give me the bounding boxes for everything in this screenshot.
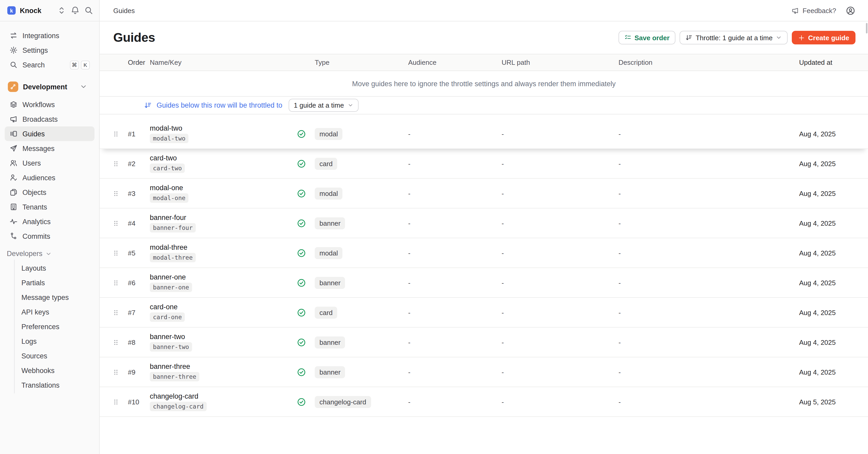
- sidebar-item-users[interactable]: Users: [5, 156, 94, 170]
- table-row[interactable]: #8 banner-two banner-two banner - - - Au…: [100, 328, 868, 357]
- save-order-button[interactable]: Save order: [618, 31, 675, 45]
- drag-handle-icon[interactable]: [113, 189, 119, 197]
- throttle-value-select[interactable]: 1 guide at a time: [289, 99, 359, 112]
- url-path-value: -: [502, 130, 619, 138]
- updated-at-value: Aug 4, 2025: [799, 338, 868, 346]
- sidebar-item-integrations[interactable]: Integrations: [5, 28, 94, 43]
- guide-key-badge: card-one: [150, 312, 185, 322]
- sidebar-item-workflows[interactable]: Workflows: [5, 97, 94, 112]
- drag-handle-icon[interactable]: [113, 279, 119, 287]
- guide-name[interactable]: changelog-card: [150, 392, 293, 400]
- table-row[interactable]: #5 modal-three modal-three modal - - - A…: [100, 238, 868, 268]
- create-guide-button[interactable]: Create guide: [792, 31, 856, 45]
- table-row[interactable]: #3 modal-one modal-one modal - - - Aug 4…: [100, 179, 868, 208]
- status-active-icon: [297, 368, 306, 376]
- table-body: #1 modal-two modal-two modal - - - Aug 4…: [100, 119, 868, 417]
- table-row[interactable]: #1 modal-two modal-two modal - - - Aug 4…: [100, 119, 868, 149]
- sidebar-item-tenants[interactable]: Tenants: [5, 200, 94, 214]
- guide-name[interactable]: modal-one: [150, 184, 293, 192]
- scrollbar-thumb[interactable]: [866, 23, 867, 33]
- guide-key-badge: modal-two: [150, 134, 189, 143]
- sidebar-subitem-sources[interactable]: Sources: [14, 348, 99, 363]
- drag-handle-icon[interactable]: [113, 160, 119, 167]
- sidebar-item-audiences[interactable]: Audiences: [5, 170, 94, 185]
- drag-handle-icon[interactable]: [113, 338, 119, 346]
- sidebar-item-broadcasts[interactable]: Broadcasts: [5, 112, 94, 126]
- description-value: -: [619, 368, 799, 376]
- updated-at-value: Aug 4, 2025: [799, 368, 868, 376]
- sidebar-subitem-logs[interactable]: Logs: [14, 334, 99, 348]
- row-order: #7: [124, 309, 150, 316]
- status-active-icon: [297, 219, 306, 228]
- description-value: -: [619, 189, 799, 197]
- guide-name[interactable]: modal-two: [150, 124, 293, 132]
- developers-subnav: Layouts Partials Message types API keys …: [14, 260, 99, 393]
- search-icon[interactable]: [84, 6, 93, 15]
- table-row[interactable]: #10 changelog-card changelog-card change…: [100, 387, 868, 417]
- sidebar-item-label: Integrations: [23, 32, 90, 39]
- tenants-icon: [9, 203, 18, 211]
- sidebar-subitem-preferences[interactable]: Preferences: [14, 319, 99, 334]
- sidebar-item-label: Users: [23, 159, 90, 167]
- updated-at-value: Aug 4, 2025: [799, 130, 868, 138]
- environment-switcher[interactable]: Development: [5, 79, 94, 94]
- guide-name[interactable]: banner-one: [150, 273, 293, 281]
- status-active-icon: [297, 308, 306, 317]
- table-row[interactable]: #2 card-two card-two card - - - Aug 4, 2…: [100, 149, 868, 179]
- guide-name[interactable]: modal-three: [150, 244, 293, 251]
- col-type: Type: [310, 58, 408, 66]
- status-active-icon: [297, 249, 306, 257]
- guide-name[interactable]: banner-two: [150, 333, 293, 341]
- sidebar-item-messages[interactable]: Messages: [5, 141, 94, 156]
- developers-section-toggle[interactable]: Developers: [5, 250, 94, 258]
- guide-name[interactable]: card-two: [150, 154, 293, 162]
- sidebar-item-objects[interactable]: Objects: [5, 185, 94, 200]
- drag-handle-icon[interactable]: [113, 219, 119, 227]
- bell-icon[interactable]: [70, 6, 80, 15]
- sidebar-item-analytics[interactable]: Analytics: [5, 214, 94, 229]
- sidebar-subitem-message-types[interactable]: Message types: [14, 290, 99, 305]
- user-avatar[interactable]: [845, 5, 856, 16]
- sidebar-item-settings[interactable]: Settings: [5, 43, 94, 57]
- workspace-switcher[interactable]: k Knock: [0, 0, 99, 22]
- type-badge: banner: [315, 336, 345, 348]
- throttle-divider-label[interactable]: Guides below this row will be throttled …: [157, 101, 282, 109]
- drag-handle-icon[interactable]: [113, 249, 119, 257]
- guide-name[interactable]: banner-three: [150, 363, 293, 370]
- guide-name[interactable]: banner-four: [150, 214, 293, 222]
- drag-handle-icon[interactable]: [113, 130, 119, 138]
- table-row[interactable]: #7 card-one card-one card - - - Aug 4, 2…: [100, 298, 868, 328]
- sidebar-item-commits[interactable]: Commits: [5, 229, 94, 244]
- table-row[interactable]: #9 banner-three banner-three banner - - …: [100, 357, 868, 387]
- ignore-throttle-dropzone[interactable]: Move guides here to ignore the throttle …: [100, 71, 868, 96]
- sidebar-subitem-layouts[interactable]: Layouts: [14, 261, 99, 275]
- sidebar-item-guides[interactable]: Guides: [5, 126, 94, 141]
- audience-value: -: [408, 219, 502, 227]
- type-badge: banner: [315, 217, 345, 229]
- sidebar-subitem-api-keys[interactable]: API keys: [14, 305, 99, 319]
- table-row[interactable]: #4 banner-four banner-four banner - - - …: [100, 208, 868, 238]
- throttle-dropdown-button[interactable]: Throttle: 1 guide at a time: [680, 31, 788, 45]
- feedback-button[interactable]: Feedback?: [791, 6, 836, 15]
- description-value: -: [619, 309, 799, 316]
- table-row[interactable]: #6 banner-one banner-one banner - - - Au…: [100, 268, 868, 298]
- guides-table: Order Name/Key Type Audience URL path De…: [100, 54, 868, 454]
- sidebar-subitem-partials[interactable]: Partials: [14, 275, 99, 290]
- guide-key-badge: banner-two: [150, 342, 192, 351]
- chevrons-up-down-icon[interactable]: [57, 6, 66, 15]
- row-order: #4: [124, 219, 150, 227]
- guide-name[interactable]: card-one: [150, 303, 293, 311]
- row-order: #10: [124, 398, 150, 406]
- drag-handle-icon[interactable]: [113, 398, 119, 406]
- type-badge: modal: [315, 187, 343, 199]
- sidebar-item-label: Analytics: [23, 218, 90, 225]
- sidebar-top-nav: Integrations Settings Search ⌘K: [0, 22, 99, 72]
- col-updated-at: Updated at: [799, 58, 868, 66]
- sidebar-item-search[interactable]: Search ⌘K: [5, 57, 94, 72]
- description-value: -: [619, 249, 799, 257]
- drag-handle-icon[interactable]: [113, 368, 119, 376]
- sidebar-subitem-label: Preferences: [22, 322, 60, 331]
- sidebar-subitem-webhooks[interactable]: Webhooks: [14, 363, 99, 378]
- drag-handle-icon[interactable]: [113, 309, 119, 316]
- sidebar-subitem-translations[interactable]: Translations: [14, 378, 99, 392]
